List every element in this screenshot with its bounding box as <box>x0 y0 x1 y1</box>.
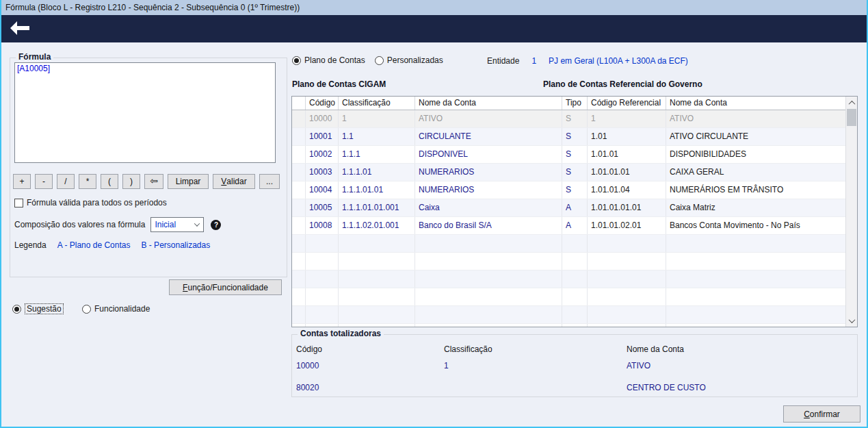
cell-tipo[interactable] <box>562 253 588 270</box>
header-tipo[interactable]: Tipo <box>562 97 588 110</box>
cell-cls[interactable] <box>339 270 415 288</box>
cell-nome[interactable]: Caixa <box>415 199 562 216</box>
cell-codigo[interactable]: 10001 <box>306 128 339 145</box>
table-row[interactable] <box>292 235 846 253</box>
cell-codref[interactable] <box>588 324 666 327</box>
cell-sel[interactable] <box>292 110 306 127</box>
table-row[interactable]: 100021.1.1DISPONIVELS1.01.01DISPONIBILID… <box>292 146 846 164</box>
cell-codigo[interactable] <box>306 288 339 305</box>
radio-suggestion[interactable]: Sugestão <box>12 303 82 314</box>
cell-cls[interactable] <box>339 235 415 252</box>
cell-cls[interactable] <box>339 306 415 323</box>
header-nome-da-conta-ref[interactable]: Nome da Conta <box>666 97 846 110</box>
close-paren-button[interactable]: ) <box>122 174 140 189</box>
scroll-down-button[interactable] <box>846 315 857 326</box>
cell-codigo[interactable]: 10008 <box>306 217 339 234</box>
clear-button[interactable]: Limpar <box>168 174 209 189</box>
scroll-up-button[interactable] <box>846 97 857 108</box>
cell-cls[interactable] <box>339 324 415 327</box>
plus-button[interactable]: + <box>13 174 31 189</box>
cell-cls[interactable]: 1 <box>339 110 415 127</box>
header-codigo[interactable]: Código <box>306 97 339 110</box>
cell-nomeref[interactable] <box>666 270 846 288</box>
cell-nome[interactable]: CIRCULANTE <box>415 128 562 145</box>
cell-codigo[interactable] <box>306 306 339 323</box>
cell-tipo[interactable] <box>562 324 588 327</box>
scrollbar-thumb[interactable] <box>847 109 856 126</box>
cell-sel[interactable] <box>292 253 306 270</box>
cell-nomeref[interactable] <box>666 324 846 327</box>
cell-cls[interactable]: 1.1.1.02.01.001 <box>339 217 415 234</box>
backspace-button[interactable]: ⇦ <box>144 174 163 189</box>
table-row[interactable]: 100031.1.1.01NUMERARIOSS1.01.01.01CAIXA … <box>292 164 846 181</box>
table-row[interactable] <box>292 324 846 327</box>
radio-plan-accounts-circle[interactable] <box>292 56 301 65</box>
cell-sel[interactable] <box>292 288 306 305</box>
table-row[interactable]: 100081.1.1.02.01.001Banco do Brasil S/AA… <box>292 217 846 235</box>
divide-button[interactable]: / <box>57 174 75 189</box>
cell-nome[interactable]: NUMERARIOS <box>415 181 562 199</box>
all-periods-checkbox[interactable] <box>14 199 23 207</box>
cell-tipo[interactable]: S <box>562 164 588 181</box>
minus-button[interactable]: - <box>35 174 53 189</box>
cell-sel[interactable] <box>292 199 306 216</box>
cell-nomeref[interactable]: ATIVO <box>666 110 846 127</box>
cell-tipo[interactable] <box>562 270 588 288</box>
multiply-button[interactable]: * <box>79 174 96 189</box>
cell-codigo[interactable]: 10004 <box>306 181 339 199</box>
table-row[interactable]: 100041.1.1.01.01NUMERARIOSS1.01.01.04NUM… <box>292 181 846 199</box>
cell-nome[interactable]: DISPONIVEL <box>415 146 562 163</box>
cell-nomeref[interactable] <box>666 288 846 305</box>
cell-nome[interactable]: Banco do Brasil S/A <box>415 217 562 234</box>
cell-sel[interactable] <box>292 164 306 181</box>
cell-nomeref[interactable]: Caixa Matriz <box>666 199 846 216</box>
cell-sel[interactable] <box>292 181 306 199</box>
cell-nome[interactable] <box>415 306 562 323</box>
cell-sel[interactable] <box>292 324 306 327</box>
cell-codigo[interactable] <box>306 324 339 327</box>
cell-nomeref[interactable]: NUMERÁRIOS EM TRÂNSITO <box>666 181 846 199</box>
cell-codref[interactable]: 1 <box>588 110 666 127</box>
cell-nomeref[interactable]: DISPONIBILIDADES <box>666 146 846 163</box>
table-row[interactable]: 100011.1CIRCULANTES1.01ATIVO CIRCULANTE <box>292 128 846 146</box>
open-paren-button[interactable]: ( <box>101 174 118 189</box>
cell-nomeref[interactable] <box>666 306 846 323</box>
cell-nome[interactable] <box>415 288 562 305</box>
cell-codref[interactable]: 1.01 <box>588 128 666 145</box>
cell-tipo[interactable]: A <box>562 217 588 234</box>
cell-sel[interactable] <box>292 128 306 145</box>
cell-nome[interactable] <box>415 235 562 252</box>
cell-codref[interactable] <box>588 253 666 270</box>
vertical-scrollbar[interactable] <box>845 97 857 327</box>
cell-cls[interactable]: 1.1 <box>339 128 415 145</box>
header-classificacao[interactable]: Classificação <box>339 97 415 110</box>
cell-codref[interactable]: 1.01.01.02.01 <box>588 217 666 234</box>
cell-codref[interactable] <box>588 306 666 323</box>
cell-tipo[interactable]: S <box>562 128 588 145</box>
cell-sel[interactable] <box>292 217 306 234</box>
cell-codref[interactable]: 1.01.01.04 <box>588 181 666 199</box>
cell-nomeref[interactable] <box>666 253 846 270</box>
cell-tipo[interactable]: A <box>562 199 588 216</box>
cell-codref[interactable]: 1.01.01.01 <box>588 164 666 181</box>
cell-tipo[interactable] <box>562 306 588 323</box>
cell-nomeref[interactable]: CAIXA GERAL <box>666 164 846 181</box>
cell-codigo[interactable]: 10003 <box>306 164 339 181</box>
radio-functionality[interactable]: Funcionalidade <box>82 303 150 314</box>
cell-nome[interactable] <box>415 270 562 288</box>
composition-select[interactable]: Inicial <box>150 217 204 232</box>
cell-codigo[interactable]: 10005 <box>306 199 339 216</box>
radio-plan-accounts[interactable]: Plano de Contas <box>292 55 365 65</box>
radio-custom[interactable]: Personalizadas <box>375 55 443 65</box>
cell-codref[interactable] <box>588 235 666 252</box>
cell-cls[interactable]: 1.1.1.01.01 <box>339 181 415 199</box>
cell-sel[interactable] <box>292 235 306 252</box>
table-row[interactable] <box>292 306 846 324</box>
cell-codref[interactable] <box>588 288 666 305</box>
cell-sel[interactable] <box>292 306 306 323</box>
header-codigo-referencial[interactable]: Código Referencial <box>588 97 666 110</box>
formula-input[interactable]: [A10005] <box>14 62 276 163</box>
cell-codigo[interactable] <box>306 270 339 288</box>
header-selector[interactable] <box>292 97 306 110</box>
cell-cls[interactable]: 1.1.1 <box>339 146 415 163</box>
